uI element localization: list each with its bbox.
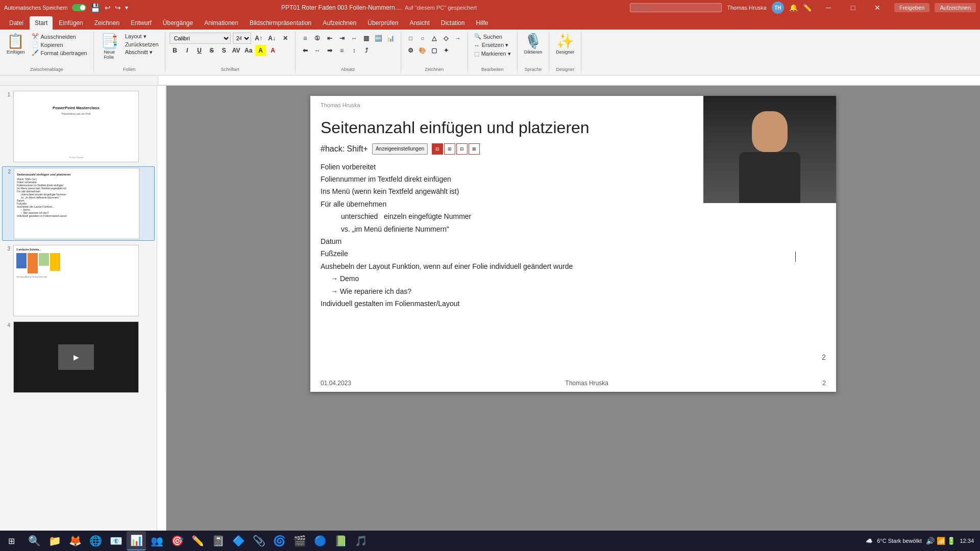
kopieren-button[interactable]: 📄Kopieren: [30, 41, 89, 48]
taskbar-powerpoint[interactable]: 📊: [127, 531, 146, 550]
format-button[interactable]: 🖌️Format übertragen: [30, 49, 89, 57]
textbox-button[interactable]: 🔤: [373, 33, 384, 44]
taskbar-right: ☁️ 6°C Stark bewölkt 🔊 📶 🔋 12:34: [860, 537, 980, 545]
ersetzen-button[interactable]: ↔Ersetzen ▾: [472, 41, 510, 49]
tab-uebergaenge[interactable]: Übergänge: [158, 16, 198, 30]
taskbar-onenote[interactable]: 📓: [208, 531, 228, 550]
increase-indent-button[interactable]: ⇥: [336, 33, 348, 44]
save-icon[interactable]: 💾: [90, 3, 101, 13]
align-left-button[interactable]: ⬅: [300, 45, 311, 56]
minimize-button[interactable]: ─: [817, 0, 840, 15]
ausschneiden-button[interactable]: ✂️Ausschneiden: [30, 33, 89, 40]
fill-button[interactable]: 🎨: [417, 45, 428, 56]
shape-button[interactable]: ◇: [440, 33, 452, 44]
font-increase-button[interactable]: A↑: [253, 33, 264, 44]
taskbar-app6[interactable]: 🎬: [290, 531, 309, 550]
shape-button[interactable]: →: [452, 33, 463, 44]
suchen-button[interactable]: 🔍Suchen: [472, 33, 504, 40]
italic-button[interactable]: I: [182, 45, 193, 56]
redo-icon[interactable]: ↪: [115, 4, 121, 12]
slide-thumb-2[interactable]: 2 Seitenanzahl einfügen und platzieren #…: [2, 166, 155, 241]
taskbar-explorer[interactable]: 📁: [45, 531, 64, 550]
font-size-select[interactable]: 24: [233, 33, 251, 44]
autosave-toggle[interactable]: [72, 4, 86, 11]
tab-entwurf[interactable]: Entwurf: [126, 16, 157, 30]
tab-zeichnen[interactable]: Zeichnen: [89, 16, 125, 30]
layout-button[interactable]: Layout ▾: [123, 33, 161, 40]
close-button[interactable]: ✕: [866, 0, 889, 15]
shape-button[interactable]: □: [405, 33, 416, 44]
num-list-button[interactable]: ①: [312, 33, 323, 44]
designer-button[interactable]: ✨ Designer: [553, 33, 577, 56]
outline-button[interactable]: ▢: [429, 45, 440, 56]
taskbar-excel[interactable]: 📗: [331, 531, 350, 550]
slide-thumb-1[interactable]: 1 PowerPoint Masterclass Präsentieren wi…: [2, 90, 155, 163]
shadow-button[interactable]: S: [218, 45, 230, 56]
slide-preview-2: Seitenanzahl einfügen und platzieren #ha…: [14, 168, 139, 239]
font-family-select[interactable]: Calibri: [169, 33, 231, 44]
convert-smartart-button[interactable]: ⤴: [361, 45, 372, 56]
undo-icon[interactable]: ↩: [105, 4, 111, 12]
text-direction-button[interactable]: ↔: [349, 33, 360, 44]
start-button[interactable]: ⊞: [0, 531, 22, 551]
taskbar-chrome[interactable]: 🌐: [86, 531, 105, 550]
taskbar-app3[interactable]: 🔷: [229, 531, 248, 550]
bold-button[interactable]: B: [169, 45, 181, 56]
bullet-list-button[interactable]: ≡: [300, 33, 311, 44]
line-spacing-button[interactable]: ↕: [349, 45, 360, 56]
shape-button[interactable]: ○: [417, 33, 428, 44]
taskbar-teams[interactable]: 👥: [147, 531, 166, 550]
taskbar-app5[interactable]: 🌀: [270, 531, 289, 550]
case-button[interactable]: Aa: [243, 45, 254, 56]
decrease-indent-button[interactable]: ⇤: [324, 33, 335, 44]
tab-aufzeichnen[interactable]: Aufzeichnen: [317, 16, 361, 30]
clear-format-button[interactable]: ✕: [280, 33, 291, 44]
record-button[interactable]: Aufzeichnen: [935, 3, 976, 12]
diktieren-button[interactable]: 🎙️ Diktieren: [522, 33, 545, 56]
taskbar-edge[interactable]: 🔵: [310, 531, 330, 550]
neue-folie-button[interactable]: 📑 NeueFolie: [98, 33, 121, 61]
markieren-button[interactable]: ⬚Markieren ▾: [472, 50, 513, 58]
arrange-button[interactable]: ⚙: [405, 45, 416, 56]
align-right-button[interactable]: ➡: [324, 45, 335, 56]
smartart-button[interactable]: 📊: [385, 33, 397, 44]
tab-einfuegen[interactable]: Einfügen: [54, 16, 88, 30]
zuruecksetzen-button[interactable]: Zurücksetzen: [123, 41, 161, 48]
pen-icon[interactable]: ✏️: [803, 4, 812, 12]
align-center-button[interactable]: ↔: [312, 45, 323, 56]
shape-button[interactable]: △: [429, 33, 440, 44]
taskbar-app4[interactable]: 📎: [249, 531, 268, 550]
canvas-area[interactable]: Thomas Hruska Seitenanzahl einfügen und …: [166, 86, 980, 538]
tab-animationen[interactable]: Animationen: [199, 16, 243, 30]
taskbar-firefox[interactable]: 🦊: [65, 531, 85, 550]
einfuegen-button[interactable]: 📋 Einfügen: [4, 33, 28, 56]
taskbar-app7[interactable]: 🎵: [351, 531, 371, 550]
strikethrough-button[interactable]: S: [206, 45, 217, 56]
justify-button[interactable]: ≡: [336, 45, 348, 56]
tab-datei[interactable]: Datei: [4, 16, 29, 30]
spacing-button[interactable]: AV: [231, 45, 242, 56]
font-decrease-button[interactable]: A↓: [266, 33, 278, 44]
search-input[interactable]: [630, 3, 722, 12]
underline-button[interactable]: U: [194, 45, 205, 56]
tab-hilfe[interactable]: Hilfe: [471, 16, 493, 30]
taskbar-app1[interactable]: 🎯: [167, 531, 187, 550]
tab-start[interactable]: Start: [30, 16, 53, 30]
slide-thumb-4[interactable]: 4 ▶: [2, 320, 155, 394]
taskbar-outlook[interactable]: 📧: [106, 531, 126, 550]
tab-ansicht[interactable]: Ansicht: [404, 16, 434, 30]
tab-dictation[interactable]: Dictation: [436, 16, 470, 30]
columns-button[interactable]: ▥: [361, 33, 372, 44]
slide-thumb-3[interactable]: 3 3 einfache Schritte... Germany Austria…: [2, 244, 155, 317]
tab-bildschirm[interactable]: Bildschirmpräsentation: [244, 16, 316, 30]
effects-button[interactable]: ✦: [440, 45, 452, 56]
bell-icon[interactable]: 🔔: [789, 4, 798, 12]
abschnitt-button[interactable]: Abschnitt ▾: [123, 48, 161, 56]
tab-ueberpruefen[interactable]: Überprüfen: [362, 16, 403, 30]
taskbar-app2[interactable]: ✏️: [188, 531, 207, 550]
taskbar-search[interactable]: 🔍: [24, 531, 44, 550]
highlight-button[interactable]: A: [255, 45, 266, 56]
share-button[interactable]: Freigeben: [894, 3, 930, 12]
maximize-button[interactable]: □: [841, 0, 865, 15]
fontcolor-button[interactable]: A: [267, 45, 279, 56]
